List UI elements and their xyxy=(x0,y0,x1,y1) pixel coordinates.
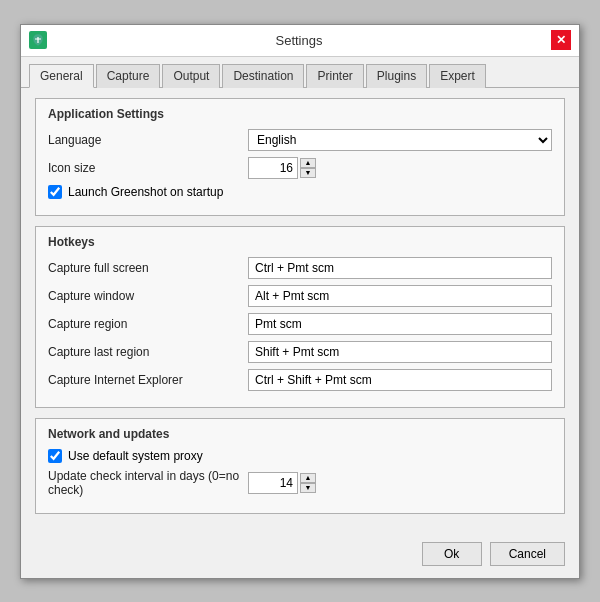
window-title: Settings xyxy=(276,33,323,48)
icon-size-label: Icon size xyxy=(48,161,248,175)
app-icon xyxy=(29,31,47,49)
tab-bar: General Capture Output Destination Print… xyxy=(21,57,579,88)
hotkey-label-0: Capture full screen xyxy=(48,261,248,275)
hotkey-row-1: Capture window xyxy=(48,285,552,307)
launch-row: Launch Greenshot on startup xyxy=(48,185,552,199)
hotkey-input-4[interactable] xyxy=(248,369,552,391)
tab-printer[interactable]: Printer xyxy=(306,64,363,88)
proxy-checkbox[interactable] xyxy=(48,449,62,463)
app-settings-section: Application Settings Language English Ic… xyxy=(35,98,565,216)
footer: Ok Cancel xyxy=(21,534,579,578)
update-label: Update check interval in days (0=no chec… xyxy=(48,469,248,497)
update-spin-buttons: ▲ ▼ xyxy=(300,473,316,493)
hotkey-row-4: Capture Internet Explorer xyxy=(48,369,552,391)
settings-window: Settings ✕ General Capture Output Destin… xyxy=(20,24,580,579)
icon-size-control: ▲ ▼ xyxy=(248,157,552,179)
update-up-button[interactable]: ▲ xyxy=(300,473,316,483)
hotkey-label-3: Capture last region xyxy=(48,345,248,359)
ok-button[interactable]: Ok xyxy=(422,542,482,566)
title-bar: Settings ✕ xyxy=(21,25,579,57)
icon-size-up-button[interactable]: ▲ xyxy=(300,158,316,168)
network-section: Network and updates Use default system p… xyxy=(35,418,565,514)
proxy-row: Use default system proxy xyxy=(48,449,552,463)
update-row: Update check interval in days (0=no chec… xyxy=(48,469,552,497)
update-input[interactable] xyxy=(248,472,298,494)
cancel-button[interactable]: Cancel xyxy=(490,542,565,566)
hotkey-row-2: Capture region xyxy=(48,313,552,335)
hotkeys-section: Hotkeys Capture full screen Capture wind… xyxy=(35,226,565,408)
hotkey-control-4 xyxy=(248,369,552,391)
tab-expert[interactable]: Expert xyxy=(429,64,486,88)
hotkey-row-3: Capture last region xyxy=(48,341,552,363)
language-control: English xyxy=(248,129,552,151)
hotkeys-title: Hotkeys xyxy=(48,235,552,249)
title-bar-left xyxy=(29,31,47,49)
update-down-button[interactable]: ▼ xyxy=(300,483,316,493)
tab-general[interactable]: General xyxy=(29,64,94,88)
hotkey-label-1: Capture window xyxy=(48,289,248,303)
hotkey-control-0 xyxy=(248,257,552,279)
launch-checkbox[interactable] xyxy=(48,185,62,199)
language-row: Language English xyxy=(48,129,552,151)
language-select[interactable]: English xyxy=(248,129,552,151)
update-control: ▲ ▼ xyxy=(248,472,552,494)
tab-output[interactable]: Output xyxy=(162,64,220,88)
close-button[interactable]: ✕ xyxy=(551,30,571,50)
hotkey-input-3[interactable] xyxy=(248,341,552,363)
hotkey-control-1 xyxy=(248,285,552,307)
update-spinbox: ▲ ▼ xyxy=(248,472,552,494)
icon-size-down-button[interactable]: ▼ xyxy=(300,168,316,178)
icon-size-input[interactable] xyxy=(248,157,298,179)
tab-plugins[interactable]: Plugins xyxy=(366,64,427,88)
hotkey-input-0[interactable] xyxy=(248,257,552,279)
hotkey-row-0: Capture full screen xyxy=(48,257,552,279)
launch-label: Launch Greenshot on startup xyxy=(68,185,223,199)
hotkey-input-2[interactable] xyxy=(248,313,552,335)
hotkey-control-3 xyxy=(248,341,552,363)
tab-capture[interactable]: Capture xyxy=(96,64,161,88)
hotkey-control-2 xyxy=(248,313,552,335)
tab-content: Application Settings Language English Ic… xyxy=(21,88,579,534)
app-settings-title: Application Settings xyxy=(48,107,552,121)
hotkey-label-2: Capture region xyxy=(48,317,248,331)
icon-size-spin-buttons: ▲ ▼ xyxy=(300,158,316,178)
language-label: Language xyxy=(48,133,248,147)
tab-destination[interactable]: Destination xyxy=(222,64,304,88)
proxy-label: Use default system proxy xyxy=(68,449,203,463)
network-title: Network and updates xyxy=(48,427,552,441)
icon-size-spinbox: ▲ ▼ xyxy=(248,157,552,179)
icon-size-row: Icon size ▲ ▼ xyxy=(48,157,552,179)
hotkey-input-1[interactable] xyxy=(248,285,552,307)
title-bar-center: Settings xyxy=(47,33,551,48)
hotkey-label-4: Capture Internet Explorer xyxy=(48,373,248,387)
